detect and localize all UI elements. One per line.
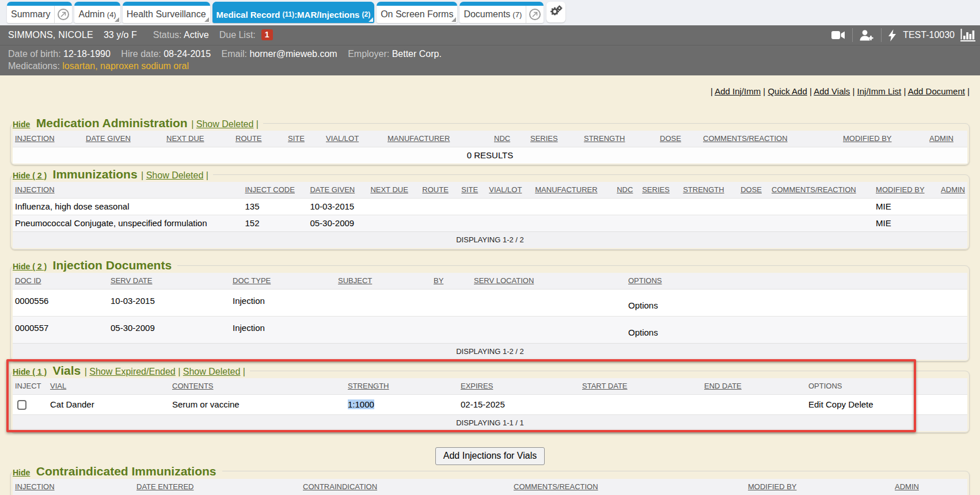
show-deleted-link[interactable]: Show Deleted xyxy=(146,170,204,180)
tab-medical-record-count: (11) xyxy=(282,10,294,18)
delete-link[interactable]: Delete xyxy=(848,399,873,409)
column-header[interactable]: DATE GIVEN xyxy=(86,134,131,143)
column-header[interactable]: COMMENTS/REACTION xyxy=(514,482,598,491)
column-header[interactable]: MANUFACTURER xyxy=(388,134,450,143)
column-header[interactable]: CONTRAINDICATION xyxy=(303,482,377,491)
show-deleted-link[interactable]: Show Deleted xyxy=(183,367,241,376)
inject-checkbox[interactable] xyxy=(17,400,26,410)
date-given-cell: 10-03-2015 xyxy=(307,199,368,215)
column-header[interactable]: SUBJECT xyxy=(338,276,372,285)
column-header[interactable]: STRENGTH xyxy=(348,382,389,390)
column-header[interactable]: INJECTION xyxy=(15,185,55,194)
column-header[interactable]: SITE xyxy=(461,185,478,194)
hide-link[interactable]: Hide xyxy=(13,120,30,129)
serv-date-cell: 05-30-2009 xyxy=(108,317,230,344)
bar-chart-icon[interactable] xyxy=(960,29,975,41)
section-title: Injection Documents xyxy=(53,258,172,272)
edit-link[interactable]: Edit xyxy=(808,399,823,409)
column-header[interactable]: START DATE xyxy=(582,382,628,390)
column-header[interactable]: STRENGTH xyxy=(683,185,724,194)
inj-imm-list-link[interactable]: Inj/Imm List xyxy=(857,86,902,96)
column-header[interactable]: ADMIN xyxy=(929,134,954,143)
column-header[interactable]: ROUTE xyxy=(422,185,449,194)
column-header[interactable]: MODIFIED BY xyxy=(843,134,892,143)
column-header[interactable]: SERIES xyxy=(642,185,670,194)
column-header[interactable]: BY xyxy=(434,276,443,285)
hide-link[interactable]: Hide ( 1 ) xyxy=(13,367,47,376)
column-header[interactable]: ADMIN xyxy=(941,185,965,194)
column-header[interactable]: MODIFIED BY xyxy=(748,482,797,491)
hide-link[interactable]: Hide xyxy=(13,468,30,477)
add-person-icon[interactable] xyxy=(860,30,874,41)
medication-link[interactable]: losartan xyxy=(62,61,95,71)
column-header[interactable]: INJECTION xyxy=(15,482,55,491)
column-header[interactable]: EXPIRES xyxy=(461,382,493,390)
column-header[interactable]: MODIFIED BY xyxy=(876,185,925,194)
column-header[interactable]: DOC ID xyxy=(15,276,41,285)
medication-link[interactable]: naproxen sodium oral xyxy=(100,61,189,71)
column-header[interactable]: DATE GIVEN xyxy=(310,185,355,194)
column-header[interactable]: STRENGTH xyxy=(584,134,625,143)
tab-summary-label[interactable]: Summary xyxy=(7,6,54,23)
show-expired-ended-link[interactable]: Show Expired/Ended xyxy=(89,367,175,376)
column-header[interactable]: COMMENTS/REACTION xyxy=(772,185,856,194)
column-header[interactable]: SERV LOCATION xyxy=(474,276,534,285)
expires-cell: 02-15-2025 xyxy=(458,395,580,415)
lightning-icon[interactable] xyxy=(888,29,896,41)
tab-documents-label: Documents xyxy=(464,9,510,20)
copy-link[interactable]: Copy xyxy=(826,399,846,409)
add-vials-link[interactable]: Add Vials xyxy=(814,86,850,96)
column-header[interactable]: NEXT DUE xyxy=(370,185,408,194)
column-header[interactable]: DOSE xyxy=(740,185,762,194)
column-header[interactable]: ROUTE xyxy=(235,134,262,143)
options-link[interactable]: Options xyxy=(628,300,658,310)
hide-link[interactable]: Hide ( 2 ) xyxy=(13,262,47,271)
quick-add-link[interactable]: Quick Add xyxy=(768,86,807,96)
dropdown-corner-icon xyxy=(115,17,119,22)
column-header[interactable]: SITE xyxy=(288,134,305,143)
injection-cell: Pneumococcal Conjugate, unspecified form… xyxy=(13,215,242,232)
tab-on-screen-forms[interactable]: On Screen Forms xyxy=(377,2,457,23)
tab-admin[interactable]: Admin (4) xyxy=(74,2,120,23)
column-header[interactable]: SERV DATE xyxy=(111,276,152,285)
options-link[interactable]: Options xyxy=(628,328,658,337)
column-header[interactable]: DOSE xyxy=(660,134,681,143)
column-header[interactable]: SERIES xyxy=(530,134,558,143)
tab-admin-accent xyxy=(74,2,120,6)
tab-summary-popout[interactable] xyxy=(55,6,72,23)
tab-documents-popout[interactable] xyxy=(526,6,544,23)
employer-value: Better Corp. xyxy=(392,49,442,59)
due-list-badge[interactable]: 1 xyxy=(261,29,273,40)
add-document-link[interactable]: Add Document xyxy=(908,86,965,96)
column-header[interactable]: NDC xyxy=(617,185,633,194)
hide-link[interactable]: Hide ( 2 ) xyxy=(13,171,47,180)
tab-summary[interactable]: Summary xyxy=(7,2,72,23)
medication-separator: , xyxy=(95,61,97,71)
divider xyxy=(852,28,853,42)
column-header[interactable]: VIAL/LOT xyxy=(489,185,522,194)
column-header[interactable]: CONTENTS xyxy=(172,382,214,390)
tab-medical-record[interactable]: Medical Record (11):MAR/Injections (2) xyxy=(212,2,375,23)
column-header[interactable]: DATE ENTERED xyxy=(136,482,193,491)
column-header[interactable]: COMMENTS/REACTION xyxy=(703,134,788,143)
email-value: horner@mieweb.com xyxy=(249,49,337,59)
add-inj-imm-link[interactable]: Add Inj/Imm xyxy=(715,86,761,96)
column-header[interactable]: NEXT DUE xyxy=(166,134,204,143)
column-header[interactable]: INJECTION xyxy=(15,134,55,143)
column-header[interactable]: INJECT CODE xyxy=(245,185,294,194)
settings-button[interactable] xyxy=(546,2,565,22)
tab-health-surveillance[interactable]: Health Surveillance xyxy=(123,2,210,23)
column-header[interactable]: ADMIN xyxy=(895,482,919,491)
column-header[interactable]: VIAL xyxy=(50,382,66,390)
tab-documents[interactable]: Documents (7) xyxy=(459,2,544,23)
show-deleted-link[interactable]: Show Deleted xyxy=(196,119,254,129)
column-header[interactable]: END DATE xyxy=(704,382,742,390)
column-header[interactable]: DOC TYPE xyxy=(233,276,271,285)
vials-table: INJECT VIAL CONTENTS STRENGTH EXPIRES ST… xyxy=(13,378,967,431)
column-header[interactable]: MANUFACTURER xyxy=(535,185,597,194)
add-injections-for-vials-button[interactable]: Add Injections for Vials xyxy=(435,447,545,465)
column-header[interactable]: OPTIONS xyxy=(628,276,662,285)
video-camera-icon[interactable] xyxy=(831,31,845,40)
column-header[interactable]: VIAL/LOT xyxy=(326,134,359,143)
column-header[interactable]: NDC xyxy=(494,134,510,143)
